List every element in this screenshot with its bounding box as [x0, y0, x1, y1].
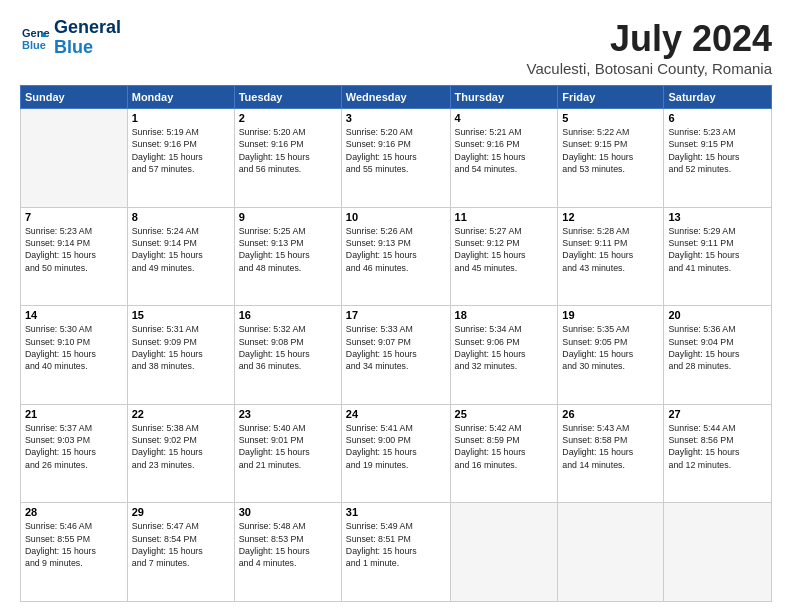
cell-info: Sunrise: 5:46 AM Sunset: 8:55 PM Dayligh… [25, 520, 123, 569]
day-number: 17 [346, 309, 446, 321]
cell-info: Sunrise: 5:41 AM Sunset: 9:00 PM Dayligh… [346, 422, 446, 471]
day-number: 16 [239, 309, 337, 321]
weekday-header-tuesday: Tuesday [234, 86, 341, 109]
day-number: 13 [668, 211, 767, 223]
calendar-cell: 3Sunrise: 5:20 AM Sunset: 9:16 PM Daylig… [341, 109, 450, 208]
weekday-header-thursday: Thursday [450, 86, 558, 109]
cell-info: Sunrise: 5:44 AM Sunset: 8:56 PM Dayligh… [668, 422, 767, 471]
calendar-cell: 11Sunrise: 5:27 AM Sunset: 9:12 PM Dayli… [450, 207, 558, 306]
week-row-3: 14Sunrise: 5:30 AM Sunset: 9:10 PM Dayli… [21, 306, 772, 405]
calendar-cell: 30Sunrise: 5:48 AM Sunset: 8:53 PM Dayli… [234, 503, 341, 602]
cell-info: Sunrise: 5:29 AM Sunset: 9:11 PM Dayligh… [668, 225, 767, 274]
cell-info: Sunrise: 5:26 AM Sunset: 9:13 PM Dayligh… [346, 225, 446, 274]
day-number: 18 [455, 309, 554, 321]
day-number: 27 [668, 408, 767, 420]
logo-text-line1: General [54, 18, 121, 38]
calendar-cell: 27Sunrise: 5:44 AM Sunset: 8:56 PM Dayli… [664, 404, 772, 503]
cell-info: Sunrise: 5:38 AM Sunset: 9:02 PM Dayligh… [132, 422, 230, 471]
cell-info: Sunrise: 5:23 AM Sunset: 9:15 PM Dayligh… [668, 126, 767, 175]
calendar-cell: 17Sunrise: 5:33 AM Sunset: 9:07 PM Dayli… [341, 306, 450, 405]
day-number: 8 [132, 211, 230, 223]
calendar-cell: 19Sunrise: 5:35 AM Sunset: 9:05 PM Dayli… [558, 306, 664, 405]
cell-info: Sunrise: 5:48 AM Sunset: 8:53 PM Dayligh… [239, 520, 337, 569]
cell-info: Sunrise: 5:36 AM Sunset: 9:04 PM Dayligh… [668, 323, 767, 372]
page: General Blue General Blue July 2024 Vacu… [0, 0, 792, 612]
calendar-cell: 28Sunrise: 5:46 AM Sunset: 8:55 PM Dayli… [21, 503, 128, 602]
calendar-cell: 2Sunrise: 5:20 AM Sunset: 9:16 PM Daylig… [234, 109, 341, 208]
calendar-cell: 13Sunrise: 5:29 AM Sunset: 9:11 PM Dayli… [664, 207, 772, 306]
calendar-table: SundayMondayTuesdayWednesdayThursdayFrid… [20, 85, 772, 602]
day-number: 23 [239, 408, 337, 420]
weekday-header-monday: Monday [127, 86, 234, 109]
day-number: 19 [562, 309, 659, 321]
calendar-cell: 26Sunrise: 5:43 AM Sunset: 8:58 PM Dayli… [558, 404, 664, 503]
day-number: 20 [668, 309, 767, 321]
cell-info: Sunrise: 5:47 AM Sunset: 8:54 PM Dayligh… [132, 520, 230, 569]
day-number: 28 [25, 506, 123, 518]
subtitle: Vaculesti, Botosani County, Romania [527, 60, 772, 77]
logo-icon: General Blue [20, 23, 50, 53]
cell-info: Sunrise: 5:22 AM Sunset: 9:15 PM Dayligh… [562, 126, 659, 175]
weekday-header-row: SundayMondayTuesdayWednesdayThursdayFrid… [21, 86, 772, 109]
cell-info: Sunrise: 5:30 AM Sunset: 9:10 PM Dayligh… [25, 323, 123, 372]
cell-info: Sunrise: 5:31 AM Sunset: 9:09 PM Dayligh… [132, 323, 230, 372]
week-row-2: 7Sunrise: 5:23 AM Sunset: 9:14 PM Daylig… [21, 207, 772, 306]
main-title: July 2024 [527, 18, 772, 60]
calendar-cell: 10Sunrise: 5:26 AM Sunset: 9:13 PM Dayli… [341, 207, 450, 306]
day-number: 25 [455, 408, 554, 420]
calendar-cell: 25Sunrise: 5:42 AM Sunset: 8:59 PM Dayli… [450, 404, 558, 503]
calendar-cell [450, 503, 558, 602]
week-row-4: 21Sunrise: 5:37 AM Sunset: 9:03 PM Dayli… [21, 404, 772, 503]
day-number: 11 [455, 211, 554, 223]
logo: General Blue General Blue [20, 18, 121, 58]
calendar-cell: 5Sunrise: 5:22 AM Sunset: 9:15 PM Daylig… [558, 109, 664, 208]
calendar-cell: 14Sunrise: 5:30 AM Sunset: 9:10 PM Dayli… [21, 306, 128, 405]
calendar-cell: 15Sunrise: 5:31 AM Sunset: 9:09 PM Dayli… [127, 306, 234, 405]
day-number: 2 [239, 112, 337, 124]
day-number: 21 [25, 408, 123, 420]
weekday-header-sunday: Sunday [21, 86, 128, 109]
day-number: 7 [25, 211, 123, 223]
calendar-cell: 4Sunrise: 5:21 AM Sunset: 9:16 PM Daylig… [450, 109, 558, 208]
cell-info: Sunrise: 5:23 AM Sunset: 9:14 PM Dayligh… [25, 225, 123, 274]
cell-info: Sunrise: 5:37 AM Sunset: 9:03 PM Dayligh… [25, 422, 123, 471]
day-number: 4 [455, 112, 554, 124]
cell-info: Sunrise: 5:20 AM Sunset: 9:16 PM Dayligh… [239, 126, 337, 175]
weekday-header-friday: Friday [558, 86, 664, 109]
day-number: 1 [132, 112, 230, 124]
calendar-cell: 20Sunrise: 5:36 AM Sunset: 9:04 PM Dayli… [664, 306, 772, 405]
cell-info: Sunrise: 5:20 AM Sunset: 9:16 PM Dayligh… [346, 126, 446, 175]
day-number: 29 [132, 506, 230, 518]
day-number: 5 [562, 112, 659, 124]
day-number: 3 [346, 112, 446, 124]
calendar-cell: 16Sunrise: 5:32 AM Sunset: 9:08 PM Dayli… [234, 306, 341, 405]
cell-info: Sunrise: 5:49 AM Sunset: 8:51 PM Dayligh… [346, 520, 446, 569]
cell-info: Sunrise: 5:34 AM Sunset: 9:06 PM Dayligh… [455, 323, 554, 372]
cell-info: Sunrise: 5:35 AM Sunset: 9:05 PM Dayligh… [562, 323, 659, 372]
day-number: 6 [668, 112, 767, 124]
week-row-5: 28Sunrise: 5:46 AM Sunset: 8:55 PM Dayli… [21, 503, 772, 602]
calendar-cell [664, 503, 772, 602]
cell-info: Sunrise: 5:24 AM Sunset: 9:14 PM Dayligh… [132, 225, 230, 274]
day-number: 10 [346, 211, 446, 223]
day-number: 30 [239, 506, 337, 518]
weekday-header-saturday: Saturday [664, 86, 772, 109]
calendar-cell: 9Sunrise: 5:25 AM Sunset: 9:13 PM Daylig… [234, 207, 341, 306]
day-number: 15 [132, 309, 230, 321]
day-number: 26 [562, 408, 659, 420]
calendar-cell: 31Sunrise: 5:49 AM Sunset: 8:51 PM Dayli… [341, 503, 450, 602]
cell-info: Sunrise: 5:42 AM Sunset: 8:59 PM Dayligh… [455, 422, 554, 471]
week-row-1: 1Sunrise: 5:19 AM Sunset: 9:16 PM Daylig… [21, 109, 772, 208]
day-number: 31 [346, 506, 446, 518]
cell-info: Sunrise: 5:25 AM Sunset: 9:13 PM Dayligh… [239, 225, 337, 274]
calendar-cell: 24Sunrise: 5:41 AM Sunset: 9:00 PM Dayli… [341, 404, 450, 503]
cell-info: Sunrise: 5:19 AM Sunset: 9:16 PM Dayligh… [132, 126, 230, 175]
day-number: 9 [239, 211, 337, 223]
svg-text:Blue: Blue [22, 39, 46, 51]
day-number: 12 [562, 211, 659, 223]
svg-text:General: General [22, 27, 50, 39]
calendar-cell: 12Sunrise: 5:28 AM Sunset: 9:11 PM Dayli… [558, 207, 664, 306]
header: General Blue General Blue July 2024 Vacu… [20, 18, 772, 77]
cell-info: Sunrise: 5:40 AM Sunset: 9:01 PM Dayligh… [239, 422, 337, 471]
cell-info: Sunrise: 5:21 AM Sunset: 9:16 PM Dayligh… [455, 126, 554, 175]
